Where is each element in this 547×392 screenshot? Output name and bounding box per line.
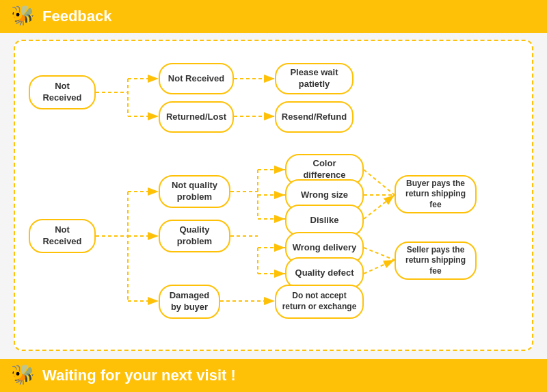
not-received-bottom-left: Not Received [29,219,96,253]
seller-pays-box: Seller pays the return shipping fee [395,241,477,280]
not-received-top-right: Not Received [159,63,234,94]
header-title: Feedback [42,8,112,25]
bee-icon-footer: 🐝 [11,363,36,388]
footer-bar: 🐝 Waiting for your next visit ! [0,359,547,392]
resend-refund-box: Resend/Refund [275,101,353,133]
header-bar: 🐝 Feedback [0,0,547,33]
bee-icon-header: 🐝 [11,4,36,29]
svg-line-17 [364,170,395,195]
svg-line-24 [364,248,395,260]
not-received-top-left: Not Received [29,75,96,109]
svg-line-19 [364,195,395,219]
quality-problem-box: Quality problem [159,220,230,252]
buyer-pays-box: Buyer pays the return shipping fee [395,175,477,213]
footer-title: Waiting for your next visit ! [42,367,236,384]
returned-lost-box: Returned/Lost [159,101,234,133]
svg-line-25 [364,260,395,274]
main-content: Not Received Not Received Returned/Lost … [14,40,533,351]
please-wait-box: Please wait patietly [275,63,353,94]
do-not-accept-box: Do not accept return or exchange [275,285,364,319]
not-quality-problem-box: Not quality problem [159,175,230,208]
damaged-by-buyer-box: Damaged by buyer [159,285,220,319]
